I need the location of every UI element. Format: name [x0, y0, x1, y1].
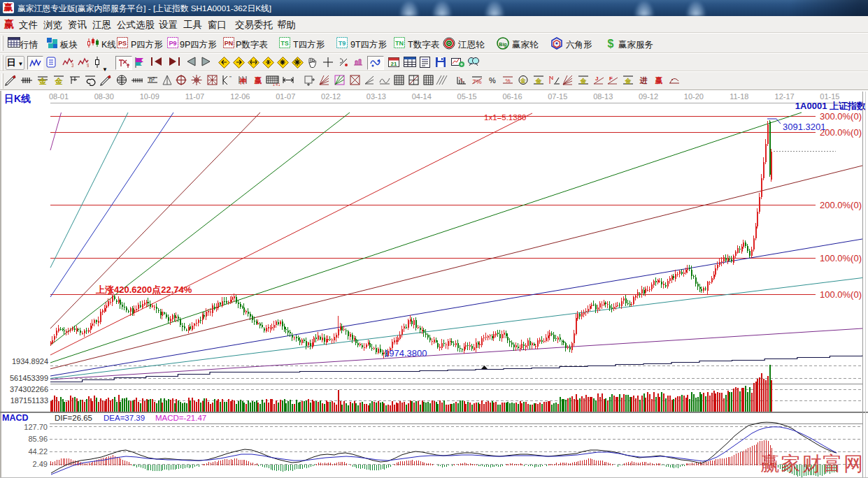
svg-text:$: $	[608, 38, 614, 50]
svg-text:日K线: 日K线	[4, 93, 31, 104]
svg-text:2.49: 2.49	[33, 460, 48, 468]
svg-text:金: 金	[535, 78, 543, 85]
svg-text:进: 进	[639, 76, 648, 85]
svg-text:3091.3201: 3091.3201	[783, 122, 825, 132]
svg-text:09-12: 09-12	[639, 92, 658, 101]
svg-text:Big: Big	[499, 42, 506, 48]
svg-text:金: 金	[580, 78, 588, 85]
svg-text:%: %	[505, 78, 510, 84]
svg-text:TN: TN	[395, 40, 404, 47]
svg-text:04-14: 04-14	[412, 92, 432, 101]
svg-text:127.70: 127.70	[24, 423, 48, 431]
svg-text:02-12: 02-12	[321, 92, 341, 101]
svg-text:TS: TS	[280, 40, 289, 47]
svg-text:85.96: 85.96	[28, 435, 48, 443]
svg-text:1 4 2 9: 1 4 2 9	[273, 82, 280, 87]
svg-text:08-13: 08-13	[593, 92, 613, 101]
svg-text:300.0%(0): 300.0%(0)	[820, 111, 862, 122]
svg-text:1x1=5.1380: 1x1=5.1380	[484, 113, 526, 122]
svg-text:12-06: 12-06	[230, 92, 250, 101]
svg-text:07-15: 07-15	[548, 92, 567, 101]
svg-text:01-07: 01-07	[276, 92, 295, 101]
svg-text:金: 金	[55, 77, 64, 85]
svg-text:06-16: 06-16	[502, 92, 522, 101]
svg-text:3: 3	[71, 63, 73, 68]
svg-text:n²: n²	[149, 76, 155, 83]
svg-text:1974.3800: 1974.3800	[384, 348, 427, 358]
svg-text:1A0001 上证指数: 1A0001 上证指数	[795, 101, 866, 111]
svg-text:374302266: 374302266	[10, 385, 48, 393]
svg-text:9: 9	[87, 63, 89, 68]
svg-text:100.0%(0): 100.0%(0)	[820, 289, 862, 300]
svg-text:PN: PN	[225, 40, 234, 47]
svg-text:神: 神	[239, 77, 246, 85]
svg-text:100.0%(0): 100.0%(0)	[820, 253, 862, 263]
svg-text:10-20: 10-20	[684, 92, 704, 101]
svg-text:10-09: 10-09	[140, 92, 159, 101]
svg-text:J: J	[595, 75, 598, 82]
svg-text:%: %	[489, 76, 496, 85]
svg-text:上涨420.6200点22.74%: 上涨420.6200点22.74%	[96, 284, 192, 295]
svg-text:44.22: 44.22	[28, 447, 48, 456]
svg-text:DEA=37.39: DEA=37.39	[104, 414, 145, 422]
svg-text:08-30: 08-30	[94, 92, 114, 101]
svg-text:561453399: 561453399	[10, 374, 48, 382]
svg-text:21: 21	[391, 61, 397, 67]
svg-text:赢: 赢	[254, 76, 262, 85]
svg-text:MACD=-21.47: MACD=-21.47	[155, 414, 206, 422]
svg-text:11-18: 11-18	[730, 92, 748, 101]
svg-text:金: 金	[520, 78, 526, 84]
svg-text:187151133: 187151133	[10, 396, 48, 405]
svg-text:1934.8924: 1934.8924	[12, 357, 48, 365]
svg-text:200.0%(0): 200.0%(0)	[820, 127, 862, 138]
svg-text:MACD: MACD	[2, 413, 29, 423]
svg-text:T9: T9	[339, 40, 346, 47]
svg-text:赢家财富网: 赢家财富网	[760, 453, 863, 475]
svg-text:赢: 赢	[655, 76, 663, 85]
svg-text:12-17: 12-17	[775, 92, 795, 101]
svg-text:01-15: 01-15	[820, 92, 839, 101]
svg-text:PS: PS	[118, 40, 127, 47]
svg-text:05-15: 05-15	[457, 92, 477, 101]
svg-text:08-01: 08-01	[49, 92, 69, 101]
svg-text:金: 金	[625, 78, 632, 85]
svg-text:11-07: 11-07	[185, 92, 204, 101]
svg-text:P9: P9	[169, 40, 176, 47]
svg-text:DIF=26.65: DIF=26.65	[55, 414, 92, 422]
svg-text:200.0%(0): 200.0%(0)	[820, 200, 862, 210]
svg-text:03-13: 03-13	[367, 92, 386, 101]
svg-text:": "	[229, 75, 232, 81]
svg-text:金: 金	[38, 77, 48, 85]
